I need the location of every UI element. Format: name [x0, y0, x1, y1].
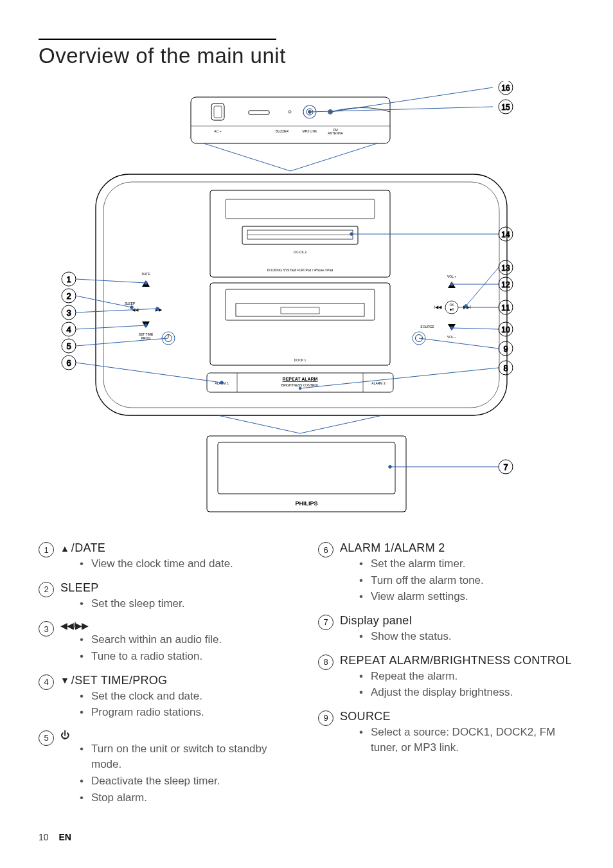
- svg-text:SOURCE: SOURCE: [420, 325, 434, 329]
- svg-point-85: [156, 307, 159, 311]
- svg-text:DATE: DATE: [142, 272, 151, 276]
- svg-text:REPEAT ALARM: REPEAT ALARM: [283, 377, 318, 381]
- svg-text:3: 3: [66, 308, 71, 318]
- svg-text:8: 8: [503, 363, 508, 373]
- svg-text:ALARM 2: ALARM 2: [371, 381, 386, 385]
- unit-diagram: AC ~ BUZZER MP3 LINK FM ANTENNA: [43, 81, 570, 518]
- callout-title: SOURCE: [340, 710, 574, 723]
- bullet: Select a source: DOCK1, DOCK2, FM tuner,…: [359, 725, 574, 756]
- svg-text:MP3 LINK: MP3 LINK: [303, 129, 317, 133]
- bullet: View alarm settings.: [359, 589, 574, 605]
- bullet: Show the status.: [359, 629, 574, 645]
- callout-title: ALARM 1/ALARM 2: [340, 541, 574, 555]
- callout-title: REPEAT ALARM/BRIGHTNESS CONTROL: [340, 654, 574, 667]
- svg-text:DC-CK 2: DC-CK 2: [294, 250, 306, 254]
- callout-number: 8: [318, 655, 333, 670]
- svg-text:BUZZER: BUZZER: [276, 129, 289, 133]
- bullet: Tune to a radio station.: [80, 649, 295, 665]
- bullet: View the clock time and date.: [80, 556, 295, 572]
- svg-point-119: [450, 327, 454, 330]
- svg-text:11: 11: [501, 303, 510, 312]
- svg-text:AC ~: AC ~: [214, 129, 221, 133]
- page-title: Overview of the main unit: [39, 44, 574, 68]
- callout-item: 7Display panelShow the status.: [318, 614, 574, 650]
- callout-bullets: Search within an audio file.Tune to a ra…: [60, 632, 295, 664]
- left-column: 1▲/DATEView the clock time and date.2SLE…: [39, 538, 295, 813]
- svg-rect-66: [218, 442, 395, 494]
- svg-point-87: [145, 324, 148, 327]
- symbol-icon: ▼: [60, 675, 69, 685]
- bullet: Stop alarm.: [80, 790, 295, 806]
- callout-number: 5: [39, 730, 54, 746]
- bullet: Repeat the alarm.: [359, 669, 574, 685]
- callout-number: 2: [39, 582, 54, 597]
- svg-text:7: 7: [503, 462, 508, 472]
- svg-text:15: 15: [501, 103, 510, 112]
- svg-text:12: 12: [501, 280, 510, 289]
- svg-point-112: [350, 233, 353, 236]
- callout-bullets: Set the clock and date.Program radio sta…: [60, 689, 295, 721]
- callout-bullets: View the clock time and date.: [60, 556, 295, 572]
- callout-bullets: Repeat the alarm.Adjust the display brig…: [340, 669, 574, 701]
- callout-title: ◀◀/▶▶: [60, 620, 295, 631]
- svg-point-90: [220, 381, 224, 384]
- svg-text:9: 9: [503, 344, 508, 354]
- bullet: Turn off the alarm tone.: [359, 573, 574, 589]
- svg-point-83: [130, 306, 134, 309]
- svg-point-116: [450, 283, 454, 286]
- callout-title: SLEEP: [60, 581, 295, 595]
- svg-text:14: 14: [501, 230, 510, 239]
- svg-text:DOCK 1: DOCK 1: [294, 358, 306, 362]
- front-view: PHILIPS: [207, 436, 406, 512]
- svg-text:2: 2: [66, 291, 71, 301]
- callout-item: 9SOURCESelect a source: DOCK1, DOCK2, FM…: [318, 710, 574, 761]
- callout-item: 4▼/SET TIME/PROGSet the clock and date.P…: [39, 674, 295, 726]
- callout-number: 3: [39, 621, 54, 637]
- callout-item: 8REPEAT ALARM/BRIGHTNESS CONTROLRepeat t…: [318, 654, 574, 706]
- callout-item: 5⏻Turn on the unit or switch to standby …: [39, 730, 295, 811]
- bullet: Program radio stations.: [80, 705, 295, 721]
- callout-number: 4: [39, 674, 54, 690]
- symbol-icon: ⏻: [60, 730, 69, 740]
- callout-bullets: Set the sleep timer.: [60, 596, 295, 612]
- svg-text:10: 10: [501, 325, 510, 334]
- callout-number: 9: [318, 710, 333, 726]
- bullet: Set the clock and date.: [80, 689, 295, 705]
- callout-item: 6ALARM 1/ALARM 2Set the alarm timer.Turn…: [318, 541, 574, 610]
- svg-text:VOL +: VOL +: [447, 275, 456, 278]
- svg-text:DOCKING SYSTEM FOR iPod / iPho: DOCKING SYSTEM FOR iPod / iPhone / iPad: [267, 268, 333, 272]
- right-column: 6ALARM 1/ALARM 2Set the alarm timer.Turn…: [318, 538, 574, 813]
- top-view: DC-CK 2 DOCKING SYSTEM FOR iPod / iPhone…: [96, 174, 507, 415]
- callouts-left: 1 2 3 4 5 6: [62, 272, 76, 370]
- callout-bullets: Select a source: DOCK1, DOCK2, FM tuner,…: [340, 725, 574, 756]
- svg-text:SLEEP: SLEEP: [125, 302, 136, 305]
- callout-item: 2SLEEPSet the sleep timer.: [39, 581, 295, 617]
- svg-point-17: [329, 111, 332, 114]
- svg-text:13: 13: [501, 264, 510, 273]
- svg-text:BRIGHTNESS CONTROL: BRIGHTNESS CONTROL: [281, 383, 319, 387]
- bullet: Set the alarm timer.: [359, 556, 574, 572]
- svg-text:6: 6: [66, 358, 71, 368]
- svg-text:▶II: ▶II: [450, 307, 454, 311]
- callout-item: 1▲/DATEView the clock time and date.: [39, 541, 295, 577]
- rear-panel: AC ~ BUZZER MP3 LINK FM ANTENNA: [191, 97, 390, 143]
- title-rule: [39, 39, 276, 40]
- svg-text:VOL –: VOL –: [447, 335, 456, 339]
- bottom-bar: ALARM 1 ALARM 2 REPEAT ALARM BRIGHTNESS …: [207, 373, 393, 392]
- svg-text:ANTENNA: ANTENNA: [328, 131, 344, 135]
- callout-bullets: Show the status.: [340, 629, 574, 645]
- callout-title: ▼/SET TIME/PROG: [60, 674, 295, 687]
- svg-text:5: 5: [66, 341, 71, 351]
- svg-text:16: 16: [501, 84, 510, 93]
- svg-text:PHILIPS: PHILIPS: [295, 500, 317, 507]
- callout-title: Display panel: [340, 614, 574, 628]
- svg-text:4: 4: [66, 325, 71, 334]
- svg-text:OK: OK: [449, 303, 454, 307]
- svg-rect-29: [210, 283, 390, 365]
- callout-title: ▲/DATE: [60, 541, 295, 555]
- page-number: 10: [39, 832, 49, 842]
- bullet: Adjust the display brightness.: [359, 685, 574, 701]
- bullet: Search within an audio file.: [80, 632, 295, 648]
- callout-number: 7: [318, 615, 333, 630]
- page-footer: 10 EN: [39, 832, 71, 842]
